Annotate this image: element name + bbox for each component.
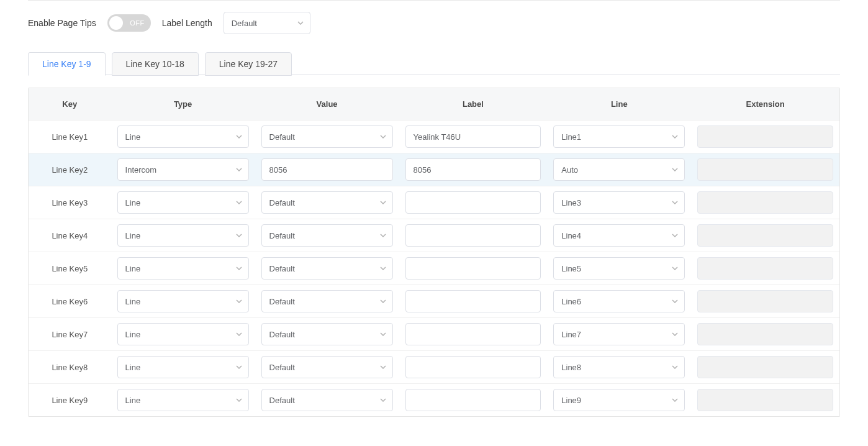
line-select[interactable]: Auto <box>553 158 685 181</box>
chevron-down-icon <box>236 266 242 270</box>
type-select[interactable]: Line <box>117 356 249 378</box>
value-select[interactable]: Default <box>261 389 393 411</box>
extension-input <box>697 356 833 378</box>
chevron-down-icon <box>672 234 678 237</box>
chevron-down-icon <box>380 365 386 369</box>
value-select[interactable]: Default <box>261 257 393 280</box>
type-select[interactable]: Line <box>117 224 249 247</box>
extension-input <box>697 323 833 345</box>
extension-input <box>697 191 833 214</box>
table-row: Line Key4LineDefaultLine4 <box>29 219 839 252</box>
type-value: Line <box>125 330 141 339</box>
label-length-label: Label Length <box>162 18 212 28</box>
tab-linekey-group-3[interactable]: Line Key 19-27 <box>205 52 292 76</box>
line-select[interactable]: Line7 <box>553 323 685 345</box>
tab-linekey-group-2[interactable]: Line Key 10-18 <box>112 52 199 76</box>
label-input[interactable] <box>405 224 541 247</box>
line-select[interactable]: Line3 <box>553 191 685 214</box>
col-key: Key <box>29 88 111 121</box>
label-input[interactable] <box>405 323 541 345</box>
line-key-name: Line Key9 <box>52 396 88 405</box>
chevron-down-icon <box>380 135 386 139</box>
value-value: Default <box>269 198 295 207</box>
line-key-name: Line Key8 <box>52 363 88 372</box>
table-row: Line Key7LineDefaultLine7 <box>29 318 839 351</box>
type-select[interactable]: Line <box>117 389 249 411</box>
chevron-down-icon <box>672 135 678 139</box>
type-select[interactable]: Line <box>117 290 249 312</box>
col-value: Value <box>255 88 399 121</box>
line-value: Line5 <box>561 264 581 273</box>
line-key-name: Line Key4 <box>52 231 88 240</box>
value-value: Default <box>269 132 295 142</box>
chevron-down-icon <box>236 398 242 402</box>
type-value: Line <box>125 132 141 142</box>
extension-input <box>697 257 833 280</box>
line-value: Line7 <box>561 330 581 339</box>
chevron-down-icon <box>380 266 386 270</box>
line-key-name: Line Key1 <box>52 132 88 142</box>
chevron-down-icon <box>672 332 678 336</box>
type-select[interactable]: Line <box>117 125 249 148</box>
label-input[interactable] <box>405 158 541 181</box>
enable-page-tips-toggle[interactable]: OFF <box>107 14 151 32</box>
chevron-down-icon <box>380 299 386 303</box>
value-select[interactable]: Default <box>261 125 393 148</box>
type-select[interactable]: Line <box>117 323 249 345</box>
value-value: Default <box>269 363 295 372</box>
value-select[interactable]: Default <box>261 356 393 378</box>
line-select[interactable]: Line8 <box>553 356 685 378</box>
extension-input <box>697 125 833 148</box>
chevron-down-icon <box>236 234 242 237</box>
line-value: Auto <box>561 165 578 175</box>
line-select[interactable]: Line4 <box>553 224 685 247</box>
type-value: Line <box>125 297 141 306</box>
line-key-name: Line Key5 <box>52 264 88 273</box>
chevron-down-icon <box>672 168 678 171</box>
line-value: Line6 <box>561 297 581 306</box>
line-select[interactable]: Line6 <box>553 290 685 312</box>
chevron-down-icon <box>672 365 678 369</box>
value-value: Default <box>269 264 295 273</box>
type-value: Line <box>125 363 141 372</box>
type-select[interactable]: Line <box>117 191 249 214</box>
col-label: Label <box>399 88 548 121</box>
chevron-down-icon <box>236 135 242 139</box>
chevron-down-icon <box>672 201 678 204</box>
enable-page-tips-label: Enable Page Tips <box>28 18 96 28</box>
line-value: Line9 <box>561 396 581 405</box>
line-value: Line3 <box>561 198 581 207</box>
line-select[interactable]: Line5 <box>553 257 685 280</box>
chevron-down-icon <box>380 332 386 336</box>
value-select[interactable]: Default <box>261 323 393 345</box>
label-input[interactable] <box>405 356 541 378</box>
label-input[interactable] <box>405 290 541 312</box>
chevron-down-icon <box>236 299 242 303</box>
value-select[interactable]: Default <box>261 290 393 312</box>
value-select[interactable]: Default <box>261 191 393 214</box>
label-input[interactable] <box>405 389 541 411</box>
value-input[interactable] <box>261 158 393 181</box>
chevron-down-icon <box>380 398 386 402</box>
type-select[interactable]: Line <box>117 257 249 280</box>
value-select[interactable]: Default <box>261 224 393 247</box>
extension-input <box>697 290 833 312</box>
tab-linekey-group-1[interactable]: Line Key 1-9 <box>28 52 106 76</box>
chevron-down-icon <box>236 365 242 369</box>
label-input[interactable] <box>405 257 541 280</box>
line-select[interactable]: Line9 <box>553 389 685 411</box>
label-input[interactable] <box>405 125 541 148</box>
label-length-select[interactable]: Default <box>224 12 310 34</box>
table-row: Line Key3LineDefaultLine3 <box>29 186 839 219</box>
table-row: Line Key8LineDefaultLine8 <box>29 351 839 384</box>
type-select[interactable]: Intercom <box>117 158 249 181</box>
label-length-value: Default <box>232 19 257 28</box>
chevron-down-icon <box>380 234 386 237</box>
label-input[interactable] <box>405 191 541 214</box>
line-select[interactable]: Line1 <box>553 125 685 148</box>
type-value: Intercom <box>125 165 157 175</box>
toggle-state-text: OFF <box>130 19 145 27</box>
table-row: Line Key2IntercomAuto <box>29 153 839 186</box>
value-value: Default <box>269 297 295 306</box>
extension-input <box>697 158 833 181</box>
